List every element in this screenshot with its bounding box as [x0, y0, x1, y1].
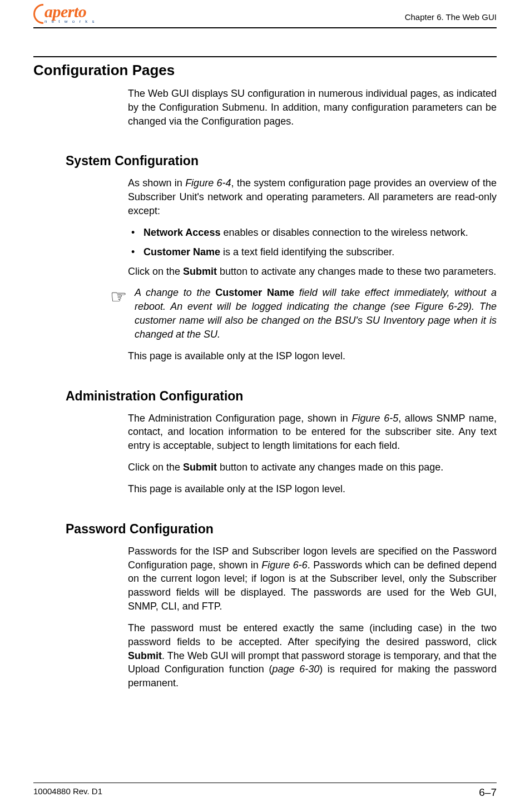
password-p2: The password must be entered exactly the… — [128, 621, 497, 690]
admin-config-heading: Administration Configuration — [66, 389, 497, 404]
brand-logo: aperto n e t w o r k s — [33, 3, 97, 24]
logo-arc-icon — [33, 4, 43, 24]
password-config-heading: Password Configuration — [66, 522, 497, 537]
page-ref-6-30: page 6-30 — [272, 664, 319, 675]
admin-p2: Click on the Submit button to activate a… — [128, 461, 497, 474]
system-config-heading: System Configuration — [66, 154, 497, 169]
figure-ref-6-5: Figure 6-5 — [351, 413, 398, 424]
footer-revision: 10004880 Rev. D1 — [33, 786, 102, 799]
admin-p3: This page is available only at the ISP l… — [128, 482, 497, 496]
chapter-label: Chapter 6. The Web GUI — [405, 12, 497, 24]
pointing-hand-icon: ☞ — [110, 286, 127, 341]
footer-page-number: 6–7 — [479, 786, 497, 799]
section-intro: The Web GUI displays SU configuration in… — [128, 87, 497, 128]
bullet-customer-name: Customer Name is a text field identifyin… — [128, 245, 497, 259]
figure-ref-6-4: Figure 6-4 — [185, 177, 231, 189]
section-rule — [33, 56, 497, 57]
figure-ref-6-6: Figure 6-6 — [261, 560, 308, 571]
admin-p1: The Administration Configuration page, s… — [128, 412, 497, 453]
system-p1: As shown in Figure 6-4, the system confi… — [128, 176, 497, 217]
system-p3: This page is available only at the ISP l… — [128, 349, 497, 363]
password-p1: Passwords for the ISP and Subscriber log… — [128, 544, 497, 613]
note-callout: ☞ A change to the Customer Name field wi… — [110, 286, 497, 341]
header-rule — [33, 27, 497, 28]
brand-subtitle: n e t w o r k s — [44, 19, 96, 24]
brand-name: aperto — [44, 3, 97, 20]
bullet-network-access: Network Access enables or disables conne… — [128, 226, 497, 240]
note-text: A change to the Customer Name field will… — [135, 286, 497, 341]
system-p2: Click on the Submit button to activate a… — [128, 265, 497, 279]
section-title: Configuration Pages — [33, 62, 497, 79]
